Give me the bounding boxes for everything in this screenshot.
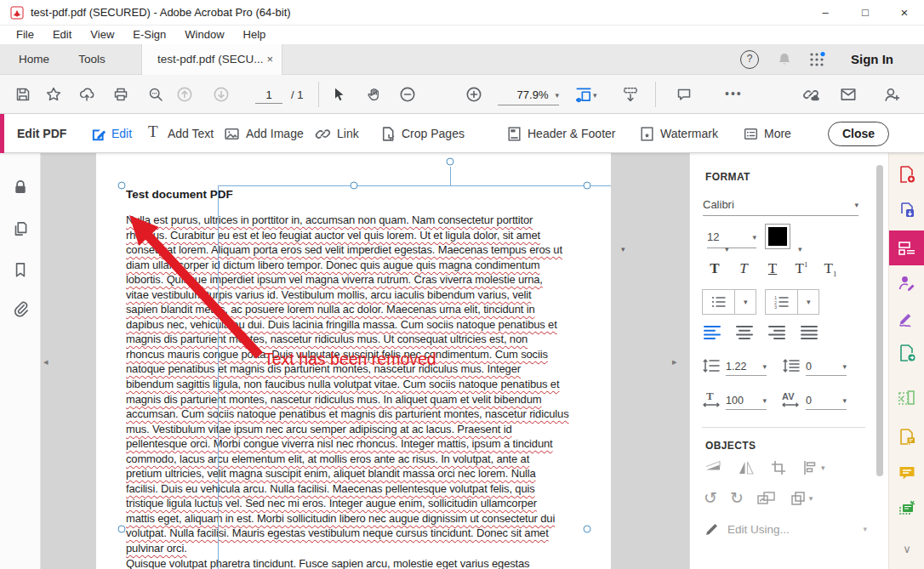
- organize-pages-icon[interactable]: [897, 388, 917, 408]
- arrange-objects-icon[interactable]: ▾: [790, 490, 813, 507]
- more-tools-chevron-icon[interactable]: ∨: [889, 543, 924, 555]
- menu-help[interactable]: Help: [234, 26, 276, 44]
- collapse-left-panel-icon[interactable]: ◂: [43, 356, 48, 367]
- bulleted-list-button[interactable]: ▾: [702, 289, 756, 315]
- email-icon[interactable]: [835, 81, 862, 108]
- rotate-left-icon[interactable]: ↺: [704, 490, 717, 507]
- paragraph-spacing-select[interactable]: 0 ▾: [806, 357, 847, 376]
- page-thumbnails-icon[interactable]: [11, 219, 30, 238]
- font-family-select[interactable]: Calibri ▾: [703, 194, 858, 216]
- crop-pages-icon[interactable]: [379, 125, 397, 143]
- horizontal-scale-select[interactable]: 100 ▾: [726, 391, 767, 410]
- edit-using-control[interactable]: Edit Using... ▾: [704, 521, 867, 538]
- subscript-button[interactable]: T1: [816, 260, 845, 278]
- app-grid-icon[interactable]: [808, 51, 827, 68]
- panel-scrollbar[interactable]: [876, 165, 883, 476]
- add-text-button[interactable]: Add Text: [168, 114, 214, 153]
- notifications-bell-icon[interactable]: [776, 51, 793, 68]
- tab-home[interactable]: Home: [10, 44, 58, 75]
- selection-handle-middle-right[interactable]: [584, 526, 591, 533]
- scan-ocr-icon[interactable]: [897, 498, 917, 519]
- edit-tool-icon[interactable]: [89, 125, 108, 144]
- hand-tool-icon[interactable]: [360, 81, 387, 108]
- close-edit-button[interactable]: Close: [828, 122, 889, 146]
- menu-esign[interactable]: E-Sign: [123, 26, 175, 44]
- watermark-icon[interactable]: [638, 125, 656, 143]
- share-link-icon[interactable]: [797, 81, 824, 108]
- flip-horizontal-icon[interactable]: [737, 459, 756, 476]
- menu-edit[interactable]: Edit: [43, 26, 81, 44]
- add-image-button[interactable]: Add Image: [246, 114, 304, 153]
- more-tools-icon[interactable]: •••: [725, 87, 743, 100]
- comments-tool-icon[interactable]: [897, 463, 917, 483]
- font-color-swatch[interactable]: [765, 224, 790, 249]
- fit-width-caret-icon[interactable]: ▾: [593, 91, 597, 100]
- underline-button[interactable]: T: [758, 260, 787, 278]
- convert-pdf-icon[interactable]: [897, 343, 917, 363]
- chevron-down-icon[interactable]: ▾: [735, 298, 756, 306]
- font-size-select[interactable]: 12 ▾: [707, 226, 756, 248]
- align-justify-button[interactable]: [801, 325, 819, 340]
- flip-vertical-icon[interactable]: [704, 459, 722, 476]
- fill-sign-icon[interactable]: [897, 308, 917, 328]
- menu-view[interactable]: View: [81, 26, 123, 44]
- zoom-in-icon[interactable]: [460, 81, 488, 108]
- crop-object-icon[interactable]: [770, 459, 787, 476]
- zoom-level-control[interactable]: 77.9% ▾: [498, 85, 559, 105]
- italic-button[interactable]: T: [729, 260, 758, 278]
- create-pdf-icon[interactable]: [897, 164, 917, 185]
- superscript-button[interactable]: T1: [787, 260, 816, 278]
- tab-tools[interactable]: Tools: [68, 44, 116, 75]
- minimize-button[interactable]: –: [806, 0, 845, 26]
- expand-right-icon[interactable]: ▸: [672, 356, 677, 367]
- edit-pdf-tool-active[interactable]: [889, 230, 924, 265]
- print-icon[interactable]: [107, 81, 134, 108]
- rotate-handle[interactable]: [447, 158, 454, 166]
- crop-pages-button[interactable]: Crop Pages: [402, 114, 465, 153]
- maximize-button[interactable]: □: [846, 0, 885, 26]
- export-pdf-icon[interactable]: [897, 201, 917, 221]
- align-objects-icon[interactable]: ▾: [801, 459, 825, 476]
- zoom-out-icon[interactable]: [394, 81, 421, 108]
- add-image-icon[interactable]: [223, 125, 241, 143]
- tab-close-icon[interactable]: ×: [266, 44, 273, 75]
- bookmarks-icon[interactable]: [11, 260, 30, 279]
- security-lock-icon[interactable]: [11, 178, 30, 196]
- add-text-icon[interactable]: T: [148, 112, 158, 151]
- comment-icon[interactable]: [670, 81, 698, 108]
- document-page[interactable]: Test document PDF Nulla est purus, ultri…: [96, 153, 611, 569]
- account-avatar-icon[interactable]: [878, 81, 905, 108]
- numbered-list-button[interactable]: 123 ▾: [765, 289, 819, 315]
- more-icon[interactable]: [742, 125, 760, 143]
- edit-tool-button[interactable]: Edit: [111, 114, 132, 153]
- watermark-button[interactable]: Watermark: [660, 114, 718, 153]
- star-icon[interactable]: [40, 81, 67, 108]
- align-center-button[interactable]: [736, 325, 755, 340]
- menu-window[interactable]: Window: [175, 26, 233, 44]
- combine-files-icon[interactable]: [897, 427, 917, 447]
- share-upload-icon[interactable]: [73, 81, 100, 108]
- help-icon[interactable]: ?: [740, 50, 759, 69]
- character-spacing-select[interactable]: 0 ▾: [806, 391, 847, 410]
- line-spacing-select[interactable]: 1.22 ▾: [726, 357, 767, 376]
- scroll-mode-icon[interactable]: [617, 81, 644, 108]
- menu-file[interactable]: File: [7, 26, 43, 44]
- tab-document[interactable]: test-pdf.pdf (SECU... ×: [141, 44, 282, 75]
- align-left-button[interactable]: [704, 325, 722, 340]
- request-signatures-icon[interactable]: [897, 273, 917, 293]
- chevron-down-icon[interactable]: ▾: [798, 298, 818, 306]
- sign-in-button[interactable]: Sign In: [851, 44, 893, 75]
- selection-handle-middle-left[interactable]: [118, 526, 126, 533]
- link-button[interactable]: Link: [337, 114, 359, 153]
- align-right-button[interactable]: [768, 325, 787, 340]
- previous-page-icon[interactable]: [171, 81, 198, 108]
- save-icon[interactable]: [9, 81, 37, 108]
- link-icon[interactable]: [314, 125, 332, 143]
- next-page-icon[interactable]: [208, 81, 235, 108]
- replace-image-icon[interactable]: [756, 490, 777, 507]
- rotate-right-icon[interactable]: ↻: [730, 490, 744, 507]
- header-footer-icon[interactable]: [505, 125, 523, 143]
- close-window-button[interactable]: ×: [885, 0, 924, 26]
- page-number-input[interactable]: 1: [255, 87, 282, 104]
- more-button[interactable]: More: [764, 114, 791, 153]
